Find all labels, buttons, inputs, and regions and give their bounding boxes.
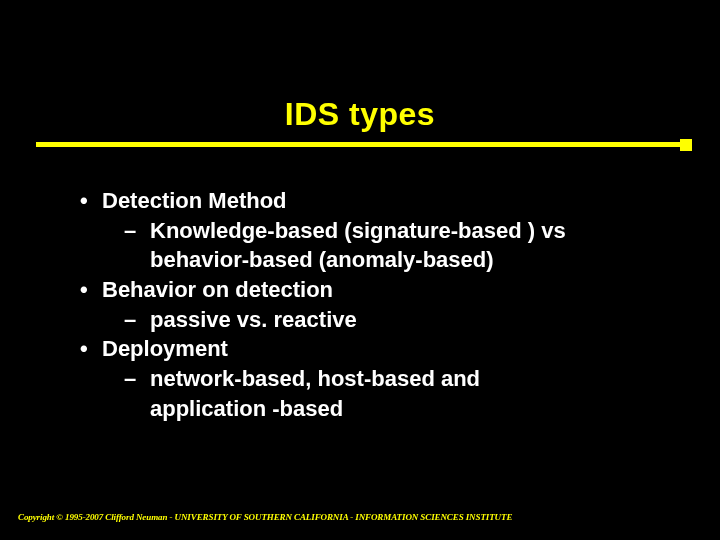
content-area: Detection Method Knowledge-based (signat…	[80, 186, 680, 424]
bullet-level1: Detection Method	[80, 186, 680, 216]
bullet-level1: Deployment	[80, 334, 680, 364]
bullet-level2-cont: behavior-based (anomaly-based)	[80, 245, 680, 275]
bullet-level2-cont: application -based	[80, 394, 680, 424]
rule-endcap-icon	[680, 139, 692, 151]
bullet-level2: network-based, host-based and	[80, 364, 680, 394]
bullet-level2: Knowledge-based (signature-based ) vs	[80, 216, 680, 246]
bullet-level2: passive vs. reactive	[80, 305, 680, 335]
title-rule	[36, 142, 692, 154]
rule-line	[36, 142, 692, 147]
slide: IDS types Detection Method Knowledge-bas…	[0, 0, 720, 540]
title-wrap: IDS types	[0, 96, 720, 133]
bullet-level1: Behavior on detection	[80, 275, 680, 305]
slide-title: IDS types	[285, 96, 435, 133]
copyright-footer: Copyright © 1995-2007 Clifford Neuman - …	[18, 512, 512, 522]
